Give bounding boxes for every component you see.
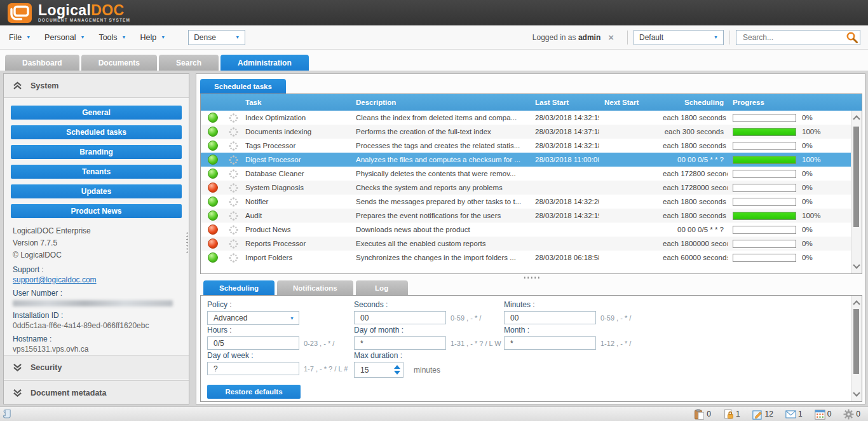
col-task[interactable]: Task	[242, 99, 355, 106]
status-count: 1	[736, 410, 740, 418]
col-last-start[interactable]: Last Start	[529, 99, 599, 106]
seconds-input[interactable]	[354, 311, 446, 324]
hours-input[interactable]	[207, 336, 299, 350]
status-item-clipboard[interactable]: 0	[694, 409, 711, 420]
day-of-month-input[interactable]	[354, 336, 446, 350]
sidebar-button-branding[interactable]: Branding	[11, 145, 182, 159]
calendar-icon	[815, 409, 825, 420]
progress-percent: 0%	[802, 226, 813, 233]
scrollbar-track[interactable]	[851, 121, 862, 263]
status-item-envelope[interactable]: 1	[785, 410, 803, 419]
menu-personal[interactable]: Personal▼	[44, 33, 85, 42]
stepper-down-icon[interactable]	[394, 371, 400, 375]
sidebar-button-general[interactable]: General	[11, 106, 182, 120]
sidebar-section-document-metadata[interactable]: Document metadata	[4, 380, 189, 404]
table-header: Task Description Last Start Next Start S…	[201, 94, 862, 111]
splitter-handle[interactable]	[523, 277, 540, 279]
policy-select[interactable]: Advanced ▼	[207, 311, 299, 325]
status-item-edit[interactable]: 12	[752, 409, 773, 420]
field-month: Month : 1-12 , - * /	[504, 326, 849, 351]
task-name: Index Optimization	[242, 114, 355, 121]
table-row-system-diagnosis[interactable]: System DiagnosisChecks the system and re…	[201, 181, 851, 195]
sidebar-button-product-news[interactable]: Product News	[11, 204, 182, 218]
status-item-locked-document[interactable]: 1	[723, 409, 740, 420]
main-panel: Scheduled tasks Task Description Last St…	[196, 73, 865, 404]
status-cell	[201, 224, 224, 235]
minutes-input[interactable]	[504, 311, 596, 324]
form-scrollbar[interactable]	[851, 296, 862, 401]
task-scheduling: each 1800000 seconds	[663, 240, 728, 247]
detail-tab-scheduling[interactable]: Scheduling	[203, 280, 275, 295]
max-duration-unit: minutes	[414, 366, 440, 375]
table-row-tags-processor[interactable]: Tags ProcessorProcesses the tags and cre…	[201, 139, 851, 153]
scroll-down-icon[interactable]	[853, 389, 860, 396]
table-scrollbar[interactable]	[851, 111, 862, 273]
status-item-calendar[interactable]: 0	[815, 409, 832, 420]
detail-tab-notifications[interactable]: Notifications	[277, 280, 353, 295]
sidebar-button-scheduled-tasks[interactable]: Scheduled tasks	[11, 125, 182, 139]
nav-tab-documents[interactable]: Documents	[81, 55, 157, 71]
statusbar: 0112100	[0, 406, 868, 421]
menu-help[interactable]: Help▼	[140, 33, 166, 42]
table-row-product-news[interactable]: Product NewsDownloads news about the pro…	[201, 223, 851, 237]
table-row-notifier[interactable]: NotifierSends the messages prepared by o…	[201, 195, 851, 209]
stepper-up-icon[interactable]	[394, 365, 400, 369]
content: System GeneralScheduled tasksBrandingTen…	[0, 71, 868, 404]
sidebar-button-tenants[interactable]: Tenants	[11, 165, 182, 179]
sidebar-resize-handle[interactable]	[186, 231, 189, 253]
workspace-select[interactable]: Default ▼	[634, 30, 724, 45]
search-icon[interactable]	[846, 31, 858, 44]
table-row-index-optimization[interactable]: Index OptimizationCleans the index from …	[201, 111, 851, 125]
field-policy: Policy : Advanced ▼	[207, 300, 354, 326]
max-duration-stepper[interactable]: 15	[354, 362, 403, 378]
scroll-icon[interactable]	[3, 409, 12, 419]
logout-icon[interactable]: ×	[608, 32, 614, 43]
support-email-link[interactable]: support@logicaldoc.com	[13, 275, 97, 284]
menu-file[interactable]: File▼	[9, 33, 31, 42]
menu-label: Help	[140, 33, 157, 42]
status-red-icon	[208, 238, 218, 249]
menu-tools[interactable]: Tools▼	[98, 33, 126, 42]
scrollbar-track[interactable]	[851, 307, 862, 390]
table-row-audit[interactable]: AuditPrepares the event notifications fo…	[201, 209, 851, 223]
sidebar-section-security[interactable]: Security	[4, 355, 189, 379]
status-red-icon	[208, 183, 218, 193]
task-last-start: 28/03/2018 11:00:00	[529, 156, 599, 163]
task-name: Tags Processor	[242, 142, 355, 149]
tab-scheduled-tasks[interactable]: Scheduled tasks	[200, 79, 286, 93]
scrollbar-thumb[interactable]	[853, 309, 859, 374]
col-description[interactable]: Description	[355, 99, 529, 106]
table-row-import-folders[interactable]: Import FoldersSynchronizes the changes i…	[201, 251, 851, 265]
col-next-start[interactable]: Next Start	[599, 99, 663, 106]
logicaldoc-logo-icon	[8, 3, 32, 23]
month-hint: 1-12 , - * /	[600, 340, 631, 347]
table-row-reports-processor[interactable]: Reports ProcessorExecutes all the enable…	[201, 237, 851, 251]
nav-tab-dashboard[interactable]: Dashboard	[5, 55, 79, 71]
month-input[interactable]	[504, 336, 596, 350]
scroll-down-icon[interactable]	[853, 261, 860, 268]
task-progress-cell: 0%	[728, 240, 851, 248]
status-item-gear[interactable]: 0	[843, 409, 860, 420]
task-gear-icon	[229, 113, 238, 123]
task-last-start: 28/03/2018 14:32:20	[529, 198, 599, 205]
col-progress[interactable]: Progress	[728, 99, 862, 106]
scrollbar-thumb[interactable]	[853, 127, 859, 227]
col-scheduling[interactable]: Scheduling	[663, 99, 728, 106]
restore-defaults-button[interactable]: Restore defaults	[207, 385, 301, 399]
chevron-down-icon: ▼	[122, 35, 126, 39]
nav-tab-administration[interactable]: Administration	[220, 55, 309, 71]
progress-fill	[733, 156, 796, 163]
table-row-digest-processor[interactable]: Digest ProcessorAnalyzes the files and c…	[201, 153, 851, 167]
table-row-documents-indexing[interactable]: Documents indexingPerforms the creation …	[201, 125, 851, 139]
search-input[interactable]	[742, 32, 846, 43]
table-row-database-cleaner[interactable]: Database CleanerPhysically deletes the c…	[201, 167, 851, 181]
sidebar-section-system[interactable]: System	[4, 74, 189, 98]
density-select[interactable]: Dense ▼	[188, 30, 245, 45]
hours-hint: 0-23 , - * /	[304, 340, 334, 347]
detail-tab-log[interactable]: Log	[356, 280, 408, 295]
run-task-cell	[224, 183, 242, 193]
day-of-week-input[interactable]	[207, 362, 299, 375]
nav-tab-search[interactable]: Search	[159, 55, 219, 71]
sidebar-button-updates[interactable]: Updates	[11, 184, 182, 198]
task-scheduling: each 1728000 seconds	[663, 184, 728, 191]
